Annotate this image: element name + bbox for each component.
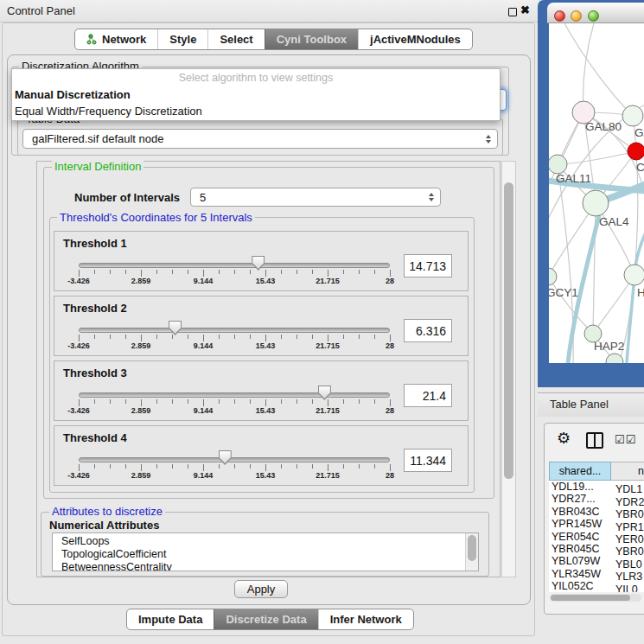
attribute-list-item[interactable]: TopologicalCoefficient	[61, 548, 166, 561]
tab-style[interactable]: Style	[157, 29, 207, 49]
slider-tick	[79, 399, 80, 406]
tab-infer-network[interactable]: Infer Network	[318, 609, 413, 629]
threshold-box: Threshold 2-3.4262.8599.14415.4321.71528…	[54, 296, 469, 356]
slider-tick-label: 21.715	[316, 406, 340, 415]
slider-tick	[359, 335, 360, 339]
column-header-shared-name[interactable]: shared...	[549, 462, 611, 481]
slider-tick	[188, 270, 188, 274]
algorithm-option-equal-width[interactable]: Equal Width/Frequency Discretization	[15, 104, 202, 119]
network-canvas[interactable]: GAL80GACGAL11GAL4GCY1HHAP2	[549, 23, 644, 363]
slider-tick	[94, 335, 95, 339]
slider-tick	[79, 270, 80, 277]
vertical-scrollbar-thumb[interactable]	[504, 182, 513, 479]
apply-button[interactable]: Apply	[234, 580, 288, 598]
attributes-list-scrollbar-thumb[interactable]	[468, 535, 476, 561]
network-node[interactable]	[628, 143, 644, 160]
tab-cyni-toolbox[interactable]: Cyni Toolbox	[265, 29, 358, 49]
slider-tick-label: 21.715	[316, 341, 340, 350]
threshold-value-field[interactable]: 11.344	[404, 449, 452, 472]
network-node[interactable]	[583, 190, 609, 216]
network-node-label: GAL11	[556, 172, 591, 185]
threshold-value-field[interactable]: 14.713	[404, 254, 452, 277]
slider-tick-label: 28	[386, 277, 394, 285]
threshold-label: Threshold 4	[63, 431, 127, 444]
network-node[interactable]	[549, 155, 567, 174]
slider-tick	[374, 464, 375, 469]
slider-tick-label: 28	[386, 471, 394, 480]
table-row[interactable]: YPR145WYPR1	[549, 518, 644, 530]
tab-impute-data[interactable]: Impute Data	[127, 609, 214, 629]
horizontal-scrollbar[interactable]	[550, 594, 641, 602]
network-icon	[86, 34, 97, 45]
table-row[interactable]: YLR345WYLR3	[549, 568, 644, 580]
slider-tick	[219, 335, 220, 339]
threshold-slider-track[interactable]	[79, 457, 390, 462]
threshold-slider-thumb[interactable]	[252, 256, 265, 271]
threshold-slider-thumb[interactable]	[219, 450, 232, 465]
slider-tick	[328, 399, 328, 406]
tab-network[interactable]: Network	[75, 29, 157, 49]
table-row[interactable]: YDR27...YDR2	[549, 493, 644, 505]
table-row[interactable]: YBR045CYBR0	[549, 543, 644, 555]
threshold-slider-track[interactable]	[79, 392, 390, 398]
threshold-value-field[interactable]: 21.4	[404, 384, 452, 407]
number-of-intervals-select[interactable]: 5	[190, 188, 441, 207]
threshold-slider-thumb[interactable]	[318, 386, 331, 400]
slider-tick	[172, 399, 173, 404]
slider-tick	[312, 464, 313, 469]
slider-tick	[265, 399, 266, 406]
cell-shared-name: YLR345W	[549, 568, 612, 580]
table-row[interactable]: YIL052CYIL0	[549, 580, 644, 592]
checkbox-icons[interactable]: ☑☑	[615, 433, 636, 446]
threshold-slider-thumb[interactable]	[169, 321, 182, 335]
spinner-arrows-icon	[486, 135, 491, 143]
gear-icon[interactable]: ⚙	[557, 430, 571, 447]
slider-tick	[141, 464, 142, 471]
column-header-name[interactable]: na	[611, 462, 644, 481]
float-window-icon[interactable]	[508, 8, 517, 16]
slider-tick	[390, 399, 391, 406]
network-node[interactable]	[549, 268, 557, 285]
table-row[interactable]: YER054CYER0	[549, 531, 644, 543]
table-row[interactable]: YBR043CYBR0	[549, 506, 644, 518]
table-row[interactable]: YDL19...YDL1	[549, 481, 644, 493]
algorithm-option-manual[interactable]: Manual Discretization	[15, 87, 131, 103]
close-icon[interactable]: ✖	[520, 3, 530, 16]
slider-tick-label: 28	[386, 406, 394, 415]
column-layout-icon[interactable]	[586, 432, 603, 449]
vertical-scrollbar[interactable]	[501, 161, 516, 577]
threshold-slider-track[interactable]	[79, 328, 390, 333]
tab-jactivemnodules[interactable]: jActiveMNodules	[358, 29, 472, 49]
slider-tick	[250, 270, 251, 274]
slider-tick	[234, 464, 235, 469]
attribute-list-item[interactable]: BetweennessCentrality	[61, 561, 172, 571]
slider-tick	[374, 399, 375, 404]
zoom-traffic-light[interactable]	[588, 10, 599, 22]
horizontal-scrollbar-thumb[interactable]	[551, 595, 630, 601]
attributes-list-scrollbar[interactable]	[465, 533, 478, 571]
slider-tick	[234, 399, 235, 404]
tab-discretize-data[interactable]: Discretize Data	[214, 609, 317, 629]
slider-tick	[110, 270, 111, 274]
slider-tick-label: 9.144	[194, 277, 214, 285]
threshold-slider-track[interactable]	[79, 263, 390, 268]
network-edge[interactable]	[558, 151, 636, 164]
slider-tick	[141, 335, 142, 341]
network-graph[interactable]: GAL80GACGAL11GAL4GCY1HHAP2	[549, 23, 644, 363]
table-data-select[interactable]: galFiltered.sif default node	[22, 129, 498, 149]
network-node[interactable]	[622, 105, 643, 126]
minimize-traffic-light[interactable]	[571, 10, 582, 22]
attribute-list-item[interactable]: SelfLoops	[61, 535, 110, 548]
network-edge[interactable]	[564, 23, 633, 116]
slider-tick	[234, 270, 235, 274]
tab-select[interactable]: Select	[207, 29, 264, 49]
close-traffic-light[interactable]	[554, 10, 565, 22]
network-node[interactable]	[624, 265, 644, 285]
threshold-box: Threshold 3-3.4262.8599.14415.4321.71528…	[54, 360, 469, 421]
threshold-value-field[interactable]: 6.316	[404, 319, 452, 342]
threshold-label: Threshold 1	[63, 237, 127, 250]
slider-tick-label: 2.859	[131, 471, 151, 480]
slider-tick	[188, 399, 188, 404]
table-row[interactable]: YBL079WYBL0	[549, 555, 644, 567]
numerical-attributes-list[interactable]: SelfLoopsTopologicalCoefficientBetweenne…	[52, 532, 479, 571]
